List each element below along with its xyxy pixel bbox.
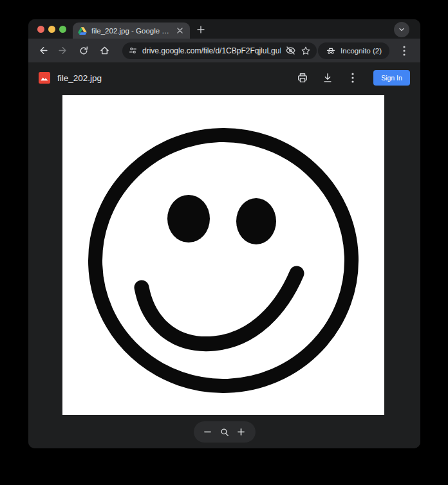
google-drive-icon	[78, 26, 87, 35]
file-name: file_202.jpg	[57, 73, 102, 83]
more-options-icon[interactable]	[343, 68, 362, 87]
eye-off-icon[interactable]	[285, 45, 296, 56]
toolbar-right-group: Incognito (2)	[318, 42, 413, 59]
window-controls	[37, 26, 66, 33]
print-icon[interactable]	[293, 68, 312, 87]
home-icon[interactable]	[94, 41, 115, 61]
left-eye-dot	[167, 195, 210, 243]
back-icon[interactable]	[32, 41, 53, 61]
smile-curve	[142, 273, 297, 344]
url-text[interactable]: drive.google.com/file/d/1CBpF2FqjluLgub1…	[142, 46, 281, 55]
download-icon[interactable]	[318, 68, 337, 87]
chevron-down-icon[interactable]	[394, 22, 409, 37]
forward-icon[interactable]	[53, 41, 73, 61]
incognito-icon	[326, 46, 336, 56]
zoom-lens-icon[interactable]	[218, 425, 232, 439]
face-outline-circle	[91, 131, 355, 390]
sign-in-button[interactable]: Sign In	[373, 70, 410, 86]
smiley-face-drawing	[62, 95, 384, 415]
zoom-out-icon[interactable]	[201, 425, 215, 439]
jpg-file-icon	[39, 72, 50, 84]
star-icon[interactable]	[301, 46, 311, 56]
active-tab[interactable]: file_202.jpg - Google Drive	[73, 23, 190, 39]
tab-title: file_202.jpg - Google Drive	[91, 27, 174, 35]
browser-window: file_202.jpg - Google Drive	[28, 19, 420, 448]
drive-header-actions: Sign In	[293, 68, 410, 87]
previewed-image	[62, 95, 384, 415]
incognito-label: Incognito (2)	[341, 47, 382, 55]
maximize-window-button[interactable]	[59, 26, 66, 33]
reload-icon[interactable]	[73, 41, 94, 61]
close-window-button[interactable]	[37, 26, 44, 33]
right-eye-dot	[236, 198, 276, 244]
drive-preview-header: file_202.jpg	[28, 62, 420, 93]
more-vert-icon[interactable]	[396, 42, 413, 59]
site-info-icon[interactable]	[128, 46, 138, 55]
minimize-window-button[interactable]	[48, 26, 55, 33]
incognito-badge[interactable]: Incognito (2)	[318, 42, 389, 59]
tab-strip: file_202.jpg - Google Drive	[28, 19, 420, 39]
address-bar[interactable]: drive.google.com/file/d/1CBpF2FqjluLgub1…	[122, 42, 317, 59]
zoom-in-icon[interactable]	[234, 425, 248, 439]
browser-toolbar: drive.google.com/file/d/1CBpF2FqjluLgub1…	[28, 39, 420, 62]
new-tab-icon[interactable]	[193, 22, 209, 37]
image-viewer	[28, 93, 420, 448]
zoom-controls	[194, 421, 256, 443]
screenshot-stage: file_202.jpg - Google Drive	[0, 0, 448, 485]
close-tab-icon[interactable]	[174, 26, 185, 36]
